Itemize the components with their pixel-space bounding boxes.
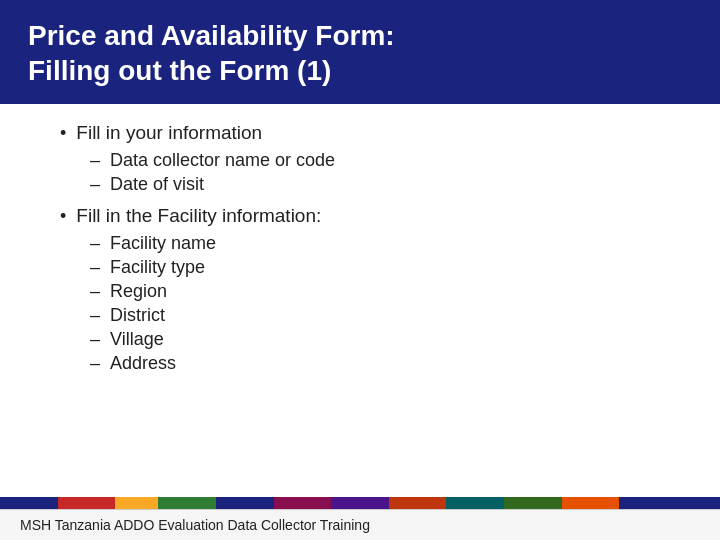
list-item: – District xyxy=(90,305,692,326)
dash-icon: – xyxy=(90,233,100,254)
title-line2: Filling out the Form (1) xyxy=(28,55,331,86)
dash-icon: – xyxy=(90,281,100,302)
bullet-dot-1: • xyxy=(60,123,66,144)
section2-sub-list: – Facility name – Facility type – Region… xyxy=(90,233,692,374)
list-item: – Region xyxy=(90,281,692,302)
section1: • Fill in your information – Data collec… xyxy=(60,122,692,195)
title-line1: Price and Availability Form: xyxy=(28,20,395,51)
sub-item-2-3: Region xyxy=(110,281,167,302)
list-item: – Date of visit xyxy=(90,174,692,195)
sub-item-1-1: Data collector name or code xyxy=(110,150,335,171)
list-item: – Data collector name or code xyxy=(90,150,692,171)
dash-icon: – xyxy=(90,305,100,326)
list-item: – Facility name xyxy=(90,233,692,254)
sub-item-1-2: Date of visit xyxy=(110,174,204,195)
page-title: Price and Availability Form: Filling out… xyxy=(28,18,692,88)
sub-item-2-4: District xyxy=(110,305,165,326)
section1-sub-list: – Data collector name or code – Date of … xyxy=(90,150,692,195)
bullet-dot-2: • xyxy=(60,206,66,227)
footer-text-row: MSH Tanzania ADDO Evaluation Data Collec… xyxy=(0,509,720,540)
list-item: – Village xyxy=(90,329,692,350)
section1-label: Fill in your information xyxy=(76,122,262,144)
dash-icon: – xyxy=(90,174,100,195)
bullet-item-1: • Fill in your information xyxy=(60,122,692,144)
footer-label: MSH Tanzania ADDO Evaluation Data Collec… xyxy=(20,517,370,533)
dash-icon: – xyxy=(90,257,100,278)
list-item: – Address xyxy=(90,353,692,374)
dash-icon: – xyxy=(90,150,100,171)
footer-color-bar xyxy=(0,497,720,509)
list-item: – Facility type xyxy=(90,257,692,278)
section2-label: Fill in the Facility information: xyxy=(76,205,321,227)
header: Price and Availability Form: Filling out… xyxy=(0,0,720,104)
bullet-item-2: • Fill in the Facility information: xyxy=(60,205,692,227)
sub-item-2-2: Facility type xyxy=(110,257,205,278)
section2: • Fill in the Facility information: – Fa… xyxy=(60,205,692,374)
sub-item-2-6: Address xyxy=(110,353,176,374)
sub-item-2-1: Facility name xyxy=(110,233,216,254)
sub-item-2-5: Village xyxy=(110,329,164,350)
main-content: • Fill in your information – Data collec… xyxy=(0,104,720,497)
dash-icon: – xyxy=(90,329,100,350)
dash-icon: – xyxy=(90,353,100,374)
